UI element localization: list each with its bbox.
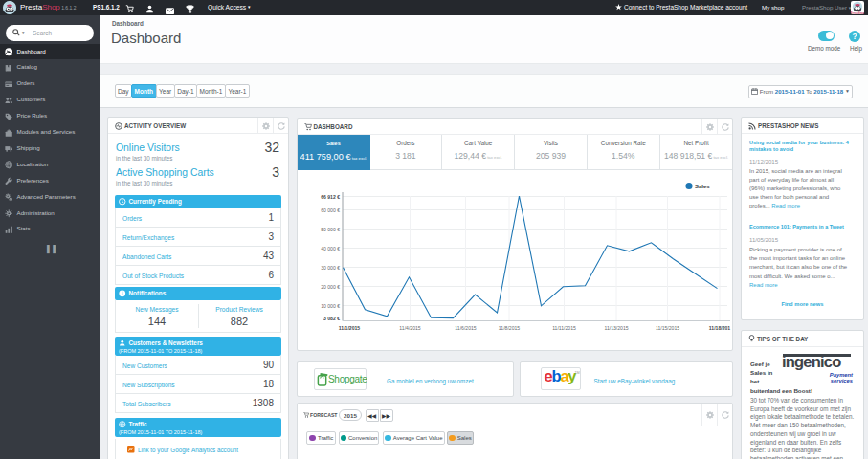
svg-text:11/6/2015: 11/6/2015 [455, 324, 476, 330]
svg-text:11/11/2015: 11/11/2015 [552, 324, 576, 330]
svg-text:11/18/201: 11/18/201 [708, 324, 730, 330]
svg-text:60 000 €: 60 000 € [321, 207, 340, 212]
svg-text:11/4/2015: 11/4/2015 [399, 324, 420, 330]
svg-text:50 000 €: 50 000 € [321, 226, 340, 231]
svg-text:20 000 €: 20 000 € [321, 283, 340, 289]
svg-text:3 082 €: 3 082 € [323, 316, 340, 321]
svg-text:66 912 €: 66 912 € [321, 193, 340, 199]
svg-text:11/13/2015: 11/13/2015 [604, 324, 628, 330]
svg-text:10 000 €: 10 000 € [321, 302, 340, 308]
svg-text:Sales: Sales [695, 184, 710, 189]
svg-text:11/8/2015: 11/8/2015 [498, 324, 519, 330]
svg-text:11/15/2015: 11/15/2015 [655, 324, 679, 330]
svg-text:40 000 €: 40 000 € [321, 245, 340, 251]
svg-text:30 000 €: 30 000 € [321, 264, 340, 270]
svg-text:PrestaShop: PrestaShop [851, 11, 864, 14]
svg-text:11/1/2015: 11/1/2015 [338, 324, 360, 330]
